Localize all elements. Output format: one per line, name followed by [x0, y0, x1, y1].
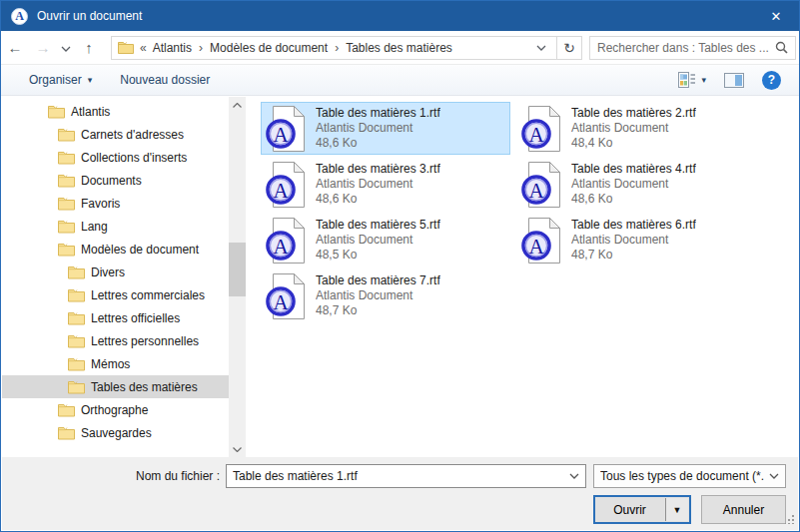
chevron-up-icon: [233, 103, 242, 108]
sidebar-folder-item[interactable]: Lettres officielles: [2, 306, 229, 329]
file-item[interactable]: A Table des matières 3.rtf Atlantis Docu…: [261, 158, 510, 211]
breadcrumb-segment[interactable]: Atlantis: [153, 41, 192, 55]
chevron-down-icon: [569, 473, 579, 479]
scrollbar-thumb[interactable]: [229, 243, 246, 296]
sidebar-folder-item[interactable]: Collections d'inserts: [2, 146, 229, 169]
up-button[interactable]: ↑: [75, 39, 103, 56]
filetype-combobox[interactable]: Tous les types de document (*.: [593, 464, 786, 488]
file-type: Atlantis Document: [316, 177, 440, 192]
breadcrumb-segments: Atlantis›Modèles de document›Tables des …: [153, 41, 452, 55]
folder-label: Lettres personnelles: [91, 334, 199, 348]
breadcrumb[interactable]: « Atlantis›Modèles de document›Tables de…: [111, 36, 557, 60]
recent-locations-button[interactable]: [57, 41, 75, 55]
forward-icon: →: [36, 39, 51, 56]
breadcrumb-overflow[interactable]: «: [140, 41, 147, 55]
organize-menu-button[interactable]: Organiser ▾: [29, 73, 92, 87]
preview-pane-icon: [724, 73, 744, 88]
scroll-down-button[interactable]: [229, 441, 246, 458]
breadcrumb-segment[interactable]: Tables des matières: [346, 41, 452, 55]
folder-label: Modèles de document: [81, 243, 199, 257]
organize-label: Organiser: [29, 73, 82, 87]
atlantis-document-icon: A: [266, 161, 306, 209]
chevron-down-icon: [233, 447, 242, 452]
sidebar-folder-item[interactable]: Documents: [2, 169, 229, 192]
chevron-down-icon: [536, 45, 546, 51]
sidebar-folder-item[interactable]: Lettres commerciales: [2, 283, 229, 306]
scroll-up-button[interactable]: [229, 97, 246, 114]
sidebar-folder-item[interactable]: Sauvegardes: [2, 421, 229, 444]
file-item[interactable]: A Table des matières 7.rtf Atlantis Docu…: [261, 269, 510, 322]
file-info: Table des matières 1.rtf Atlantis Docume…: [316, 106, 440, 151]
breadcrumb-separator: ›: [335, 41, 339, 55]
svg-text:A: A: [273, 234, 289, 258]
open-button-label: Ouvrir: [613, 503, 646, 517]
file-item[interactable]: A Table des matières 1.rtf Atlantis Docu…: [261, 102, 510, 155]
breadcrumb-segment[interactable]: Modèles de document: [210, 41, 328, 55]
file-item[interactable]: A Table des matières 5.rtf Atlantis Docu…: [261, 214, 510, 266]
breadcrumb-dropdown-button[interactable]: [532, 45, 550, 51]
help-icon: ?: [768, 73, 775, 87]
file-info: Table des matières 4.rtf Atlantis Docume…: [571, 162, 696, 207]
tree-scrollbar[interactable]: [229, 97, 246, 458]
file-type: Atlantis Document: [316, 233, 440, 248]
back-icon: ←: [8, 39, 23, 56]
open-button[interactable]: Ouvrir: [595, 497, 664, 522]
folder-label: Documents: [81, 174, 142, 188]
atlantis-document-icon: A: [266, 217, 306, 265]
views-icon: [678, 72, 695, 88]
refresh-button[interactable]: ↻: [557, 36, 582, 60]
file-type: Atlantis Document: [571, 233, 696, 248]
file-list: A Table des matières 1.rtf Atlantis Docu…: [261, 102, 766, 322]
folder-icon: [58, 197, 75, 211]
svg-text:A: A: [273, 122, 289, 146]
new-folder-button[interactable]: Nouveau dossier: [120, 73, 210, 87]
sidebar-folder-item[interactable]: Tables des matières: [2, 375, 229, 398]
folder-tree: Atlantis Carnets d'adresses Collections …: [2, 97, 229, 458]
file-info: Table des matières 5.rtf Atlantis Docume…: [316, 218, 440, 263]
search-input[interactable]: Rechercher dans : Tables des ...: [589, 36, 796, 60]
folder-icon: [48, 105, 65, 119]
sidebar-folder-item[interactable]: Favoris: [2, 192, 229, 215]
sidebar-folder-item[interactable]: Orthographe: [2, 398, 229, 421]
sidebar-folder-item[interactable]: Divers: [2, 261, 229, 283]
file-item[interactable]: A Table des matières 4.rtf Atlantis Docu…: [516, 158, 766, 211]
sidebar-folder-item[interactable]: Atlantis: [2, 100, 229, 123]
refresh-icon: ↻: [563, 40, 575, 56]
navigation-bar: ← → ↑ « Atlantis›Modèles de document›Tab…: [1, 31, 799, 64]
file-item[interactable]: A Table des matières 2.rtf Atlantis Docu…: [516, 102, 766, 155]
folder-icon: [68, 380, 85, 394]
file-item[interactable]: A Table des matières 6.rtf Atlantis Docu…: [516, 214, 766, 266]
sidebar-folder-item[interactable]: Carnets d'adresses: [2, 123, 229, 146]
dialog-content: Atlantis Carnets d'adresses Collections …: [2, 97, 800, 458]
forward-button[interactable]: →: [29, 39, 57, 56]
back-button[interactable]: ←: [1, 39, 29, 56]
cancel-button[interactable]: Annuler: [701, 495, 786, 524]
sidebar-folder-item[interactable]: Modèles de document: [2, 238, 229, 261]
open-dropdown-button[interactable]: ▼: [665, 498, 688, 521]
file-size: 48,7 Ko: [571, 248, 696, 263]
close-button[interactable]: ✕: [753, 1, 799, 31]
filename-combobox[interactable]: Table des matières 1.rtf: [226, 464, 586, 488]
sidebar-folder-item[interactable]: Mémos: [2, 352, 229, 375]
file-info: Table des matières 7.rtf Atlantis Docume…: [316, 273, 440, 318]
folder-label: Lettres commerciales: [91, 288, 205, 302]
file-size: 48,6 Ko: [316, 136, 440, 151]
close-icon: ✕: [771, 9, 782, 24]
folder-label: Lang: [81, 220, 108, 234]
file-size: 48,7 Ko: [316, 303, 440, 318]
atlantis-document-icon: A: [521, 161, 561, 209]
resize-grip[interactable]: [785, 515, 794, 524]
folder-label: Orthographe: [81, 403, 148, 417]
filename-label: Nom du fichier :: [2, 469, 220, 483]
file-name: Table des matières 3.rtf: [316, 162, 440, 177]
folder-icon: [58, 426, 75, 440]
folder-icon: [68, 266, 85, 279]
search-icon: [775, 41, 788, 54]
preview-pane-button[interactable]: [724, 73, 744, 88]
file-name: Table des matières 1.rtf: [316, 106, 440, 121]
sidebar-folder-item[interactable]: Lang: [2, 215, 229, 238]
help-button[interactable]: ?: [762, 71, 781, 90]
change-view-button[interactable]: ▾: [678, 72, 706, 88]
folder-icon: [68, 311, 85, 325]
sidebar-folder-item[interactable]: Lettres personnelles: [2, 329, 229, 352]
